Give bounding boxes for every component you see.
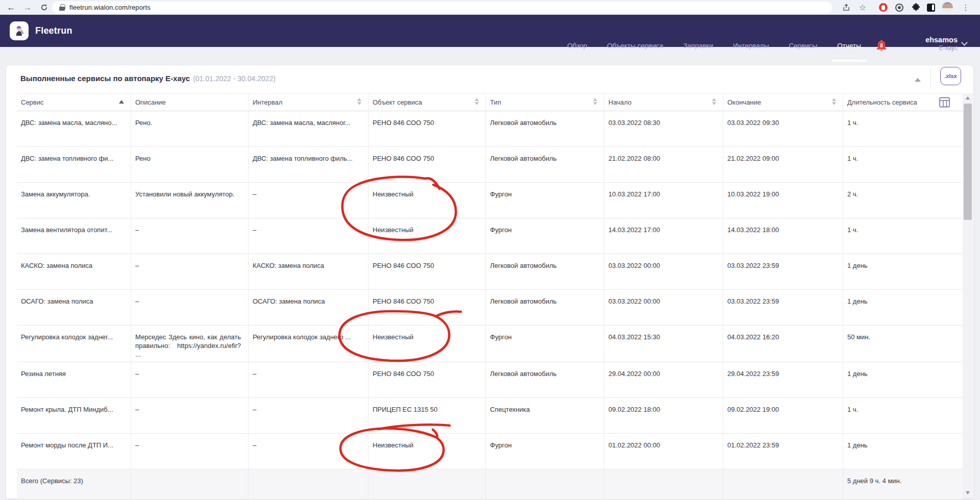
cell-type: Легковой автомобиль bbox=[485, 254, 604, 289]
cell-unit: РЕНО 846 СОО 750 bbox=[368, 362, 485, 397]
column-header-1[interactable]: Описание bbox=[131, 94, 248, 111]
cell-end: 14.03.2022 18:00 bbox=[723, 218, 843, 254]
column-header-2[interactable]: Интервал bbox=[248, 94, 368, 111]
column-header-6[interactable]: Окончание bbox=[723, 94, 843, 111]
sort-asc-icon bbox=[119, 100, 124, 104]
cell-service: ОСАГО: замена полиса bbox=[17, 290, 131, 325]
cell-start: 09.02.2022 18:00 bbox=[604, 398, 723, 433]
cell-start: 03.03.2022 08:30 bbox=[604, 111, 723, 146]
app-navbar: Fleetrun Обзор Объекты сервиса Заправки … bbox=[0, 15, 980, 47]
cell-interval: – bbox=[248, 362, 368, 397]
nav-item-1[interactable]: Объекты сервиса bbox=[607, 30, 663, 62]
share-icon[interactable] bbox=[839, 0, 853, 15]
cell-type: Легковой автомобиль bbox=[485, 362, 604, 397]
cell-duration: 1 день bbox=[843, 254, 963, 289]
address-bar[interactable]: fleetrun.wialon.com/reports bbox=[52, 2, 832, 13]
cell-interval: – bbox=[248, 398, 368, 433]
cell-service: ДВС: замена масла, масляно... bbox=[17, 111, 131, 146]
cell-end: 03.03.2022 23:59 bbox=[723, 290, 843, 325]
table-footer-row: Всего (Сервисы: 23) 5 дней 9 ч. 4 мин. bbox=[17, 469, 963, 499]
table-row: ОСАГО: замена полиса – ОСАГО: замена пол… bbox=[17, 290, 963, 326]
cell-type: Фургон bbox=[485, 326, 604, 362]
cell-service: Ремонт морды после ДТП И... bbox=[17, 434, 131, 469]
nav-item-label: Сервисы bbox=[789, 42, 817, 49]
cell-duration: 1 день bbox=[843, 434, 963, 469]
cell-type: Легковой автомобиль bbox=[485, 111, 604, 146]
cell-unit: ПРИЦЕП ЕС 1315 50 bbox=[368, 398, 485, 433]
cell-description: – bbox=[131, 218, 248, 254]
cell-service: КАСКО: замена полиса bbox=[17, 254, 131, 289]
browser-menu-kebab-icon[interactable]: ⋮ bbox=[959, 0, 973, 15]
extension-adblock-icon[interactable] bbox=[876, 0, 890, 15]
cell-end: 03.03.2022 09:30 bbox=[723, 111, 843, 146]
nav-item-5[interactable]: Отчеты bbox=[837, 30, 861, 62]
cell-description: – bbox=[131, 362, 248, 397]
cell-duration: 1 ч. bbox=[843, 218, 963, 254]
cell-description: Рено bbox=[131, 147, 248, 182]
extensions-puzzle-icon[interactable] bbox=[909, 0, 923, 15]
table-header-row: Сервис Описание Интервал Объект сервиса … bbox=[17, 93, 963, 111]
column-header-label: Окончание bbox=[727, 98, 761, 106]
browser-back-icon[interactable]: ← bbox=[4, 0, 18, 15]
table-scrollbar[interactable] bbox=[963, 93, 973, 498]
column-header-3[interactable]: Объект сервиса bbox=[368, 94, 485, 111]
cell-service: Регулировка колодок заднег... bbox=[17, 326, 131, 362]
sort-both-icon bbox=[593, 98, 597, 105]
url-text: fleetrun.wialon.com/reports bbox=[69, 4, 151, 11]
table-row: Ремонт крыла. ДТП Миндиб... – – ПРИЦЕП Е… bbox=[17, 398, 963, 434]
cell-duration: 1 день bbox=[843, 362, 963, 397]
user-menu[interactable]: ehsamos E-хаус bbox=[925, 36, 958, 52]
fleetrun-app: ← → fleetrun.wialon.com/reports ☆ ⋮ bbox=[0, 0, 980, 500]
nav-item-3[interactable]: Интервалы bbox=[733, 30, 769, 62]
cell-duration: 50 мин. bbox=[843, 326, 963, 362]
extension-ring-icon[interactable] bbox=[892, 0, 906, 15]
cell-service: Резина летняя bbox=[17, 362, 131, 397]
cell-start: 21.02.2022 08:00 bbox=[604, 147, 723, 182]
cell-interval: – bbox=[248, 218, 368, 254]
sort-both-icon bbox=[475, 98, 479, 105]
cell-interval: ОСАГО: замена полиса bbox=[248, 290, 368, 325]
bookmark-star-icon[interactable]: ☆ bbox=[855, 0, 870, 15]
nav-item-label: Обзор bbox=[567, 42, 587, 49]
scrollbar-thumb[interactable] bbox=[964, 104, 972, 220]
report-title-text: Выполненные сервисы по автопарку Е-хаус bbox=[20, 74, 190, 83]
report-period: (01.01.2022 - 30.04.2022) bbox=[193, 74, 276, 83]
browser-forward-icon[interactable]: → bbox=[20, 0, 35, 15]
browser-toolbar: ← → fleetrun.wialon.com/reports ☆ ⋮ bbox=[0, 0, 980, 15]
collapse-report-button[interactable] bbox=[912, 73, 924, 86]
scroll-up-icon[interactable] bbox=[963, 93, 973, 103]
notifications-bell[interactable]: 8 bbox=[874, 38, 889, 54]
cell-service: ДВС: замена топливного фи... bbox=[17, 147, 131, 182]
cell-unit: Неизвестный bbox=[368, 218, 485, 254]
scroll-down-icon[interactable] bbox=[963, 488, 973, 497]
column-header-0[interactable]: Сервис bbox=[17, 94, 131, 111]
nav-item-2[interactable]: Заправки bbox=[683, 30, 713, 62]
cell-interval: Регулировка колодок заднего ... bbox=[248, 326, 368, 362]
nav-item-label: Объекты сервиса bbox=[607, 42, 663, 49]
cell-end: 03.03.2022 23:59 bbox=[723, 254, 843, 289]
table-row: КАСКО: замена полиса – КАСКО: замена пол… bbox=[17, 254, 963, 290]
cell-start: 01.02.2022 00:00 bbox=[604, 434, 723, 469]
extension-darkmode-icon[interactable] bbox=[924, 0, 938, 15]
column-header-label: Интервал bbox=[253, 98, 282, 106]
chevron-down-icon[interactable] bbox=[962, 39, 968, 45]
cell-interval: – bbox=[248, 183, 368, 218]
export-xlsx-button[interactable]: .xlsx bbox=[940, 67, 961, 85]
cell-duration: 2 ч. bbox=[843, 183, 963, 218]
cell-start: 29.04.2022 00:00 bbox=[604, 362, 723, 397]
nav-item-0[interactable]: Обзор bbox=[567, 30, 587, 62]
nav-item-4[interactable]: Сервисы bbox=[789, 30, 817, 62]
column-header-4[interactable]: Тип bbox=[485, 94, 604, 111]
brand[interactable]: Fleetrun bbox=[10, 21, 72, 40]
column-settings-icon[interactable] bbox=[939, 96, 950, 108]
nav-item-label: Отчеты bbox=[837, 42, 861, 49]
cell-description: Мерседес Здесь кино, как делать правильн… bbox=[131, 326, 248, 362]
browser-reload-icon[interactable] bbox=[37, 0, 51, 15]
cell-end: 01.02.2022 23:59 bbox=[723, 434, 843, 469]
browser-profile-avatar[interactable] bbox=[940, 0, 954, 15]
cell-end: 10.03.2022 19:00 bbox=[723, 183, 843, 218]
column-header-5[interactable]: Начало bbox=[604, 94, 723, 111]
cell-duration: 1 ч. bbox=[843, 398, 963, 433]
cell-service: Замена вентилятора отопит... bbox=[17, 218, 131, 254]
cell-start: 10.03.2022 17:00 bbox=[604, 183, 723, 218]
